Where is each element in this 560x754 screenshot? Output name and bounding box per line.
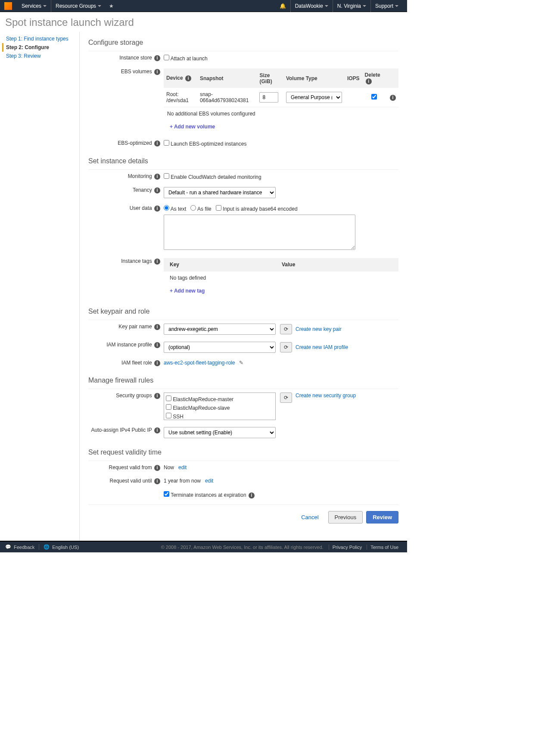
wizard-footer-buttons: Cancel Previous Review	[88, 505, 398, 532]
launch-ebs-opt-checkbox[interactable]: Launch EBS-optimized instances	[164, 141, 246, 147]
blank-area	[0, 552, 407, 754]
edit-valid-from-link[interactable]: edit	[178, 464, 187, 470]
step-1-link[interactable]: Step 1: Find instance types	[6, 34, 79, 43]
step-3-link[interactable]: Step 3: Review	[6, 52, 79, 60]
user-data-textarea[interactable]	[164, 215, 355, 250]
wizard-steps-sidebar: Step 1: Find instance types Step 2: Conf…	[0, 32, 80, 541]
info-icon[interactable]: i	[154, 206, 160, 212]
delete-on-term-checkbox[interactable]	[371, 94, 377, 100]
info-icon[interactable]: i	[154, 174, 160, 180]
aws-logo-icon[interactable]	[4, 2, 12, 10]
info-icon[interactable]: i	[249, 492, 255, 499]
step-2-link[interactable]: Step 2: Configure	[2, 43, 79, 52]
refresh-sg-icon[interactable]: ⟳	[280, 393, 292, 403]
resource-groups-menu[interactable]: Resource Groups	[51, 0, 106, 12]
device-cell: Root: /dev/sda1	[164, 88, 197, 107]
instance-store-label: Instance store i	[88, 55, 164, 62]
section-validity: Set request validity time	[88, 446, 398, 461]
volume-type-select[interactable]: General Purpose (SSD)	[286, 92, 342, 103]
create-keypair-link[interactable]: Create new key pair	[296, 326, 342, 332]
sg-item[interactable]: SSH	[166, 412, 274, 420]
cancel-button[interactable]: Cancel	[295, 511, 324, 523]
add-volume-link[interactable]: + Add new volume	[170, 124, 215, 130]
info-icon[interactable]: i	[154, 187, 160, 193]
pin-star-icon[interactable]: ★	[109, 3, 114, 9]
iam-profile-select[interactable]: (optional)	[164, 342, 276, 353]
info-icon[interactable]: i	[154, 478, 160, 484]
sg-item[interactable]: ElasticMapReduce-slave	[166, 403, 274, 412]
section-configure-storage: Configure storage	[88, 36, 398, 51]
attach-at-launch-checkbox[interactable]: Attach at launch	[164, 56, 208, 62]
info-icon[interactable]: i	[154, 342, 160, 348]
info-icon[interactable]: i	[154, 259, 160, 265]
keypair-select[interactable]: andrew-exegetic.pem	[164, 324, 276, 335]
ebs-volumes-table: Device i Snapshot Size (GiB) Volume Type…	[164, 69, 398, 107]
main-panel: Configure storage Instance store i Attac…	[80, 32, 407, 541]
security-groups-list[interactable]: ElasticMapReduce-master ElasticMapReduce…	[164, 393, 276, 420]
create-sg-link[interactable]: Create new security group	[296, 393, 356, 399]
th-voltype: Volume Type	[283, 69, 345, 88]
add-tag-link[interactable]: + Add new tag	[170, 288, 205, 294]
edit-fleet-role-icon[interactable]: ✎	[239, 360, 243, 366]
th-device: Device i	[164, 69, 197, 88]
userdata-base64-checkbox[interactable]: Input is already base64 encoded	[216, 206, 298, 212]
valid-until-value: 1 year from now	[164, 478, 201, 484]
info-icon[interactable]: i	[154, 360, 160, 366]
instance-tags-label: Instance tags i	[88, 258, 164, 297]
th-iops: IOPS	[345, 69, 362, 88]
userdata-as-file-radio[interactable]: As file	[190, 206, 211, 212]
info-icon[interactable]: i	[366, 78, 372, 84]
feedback-link[interactable]: 💬Feedback	[5, 544, 39, 550]
enable-cloudwatch-checkbox[interactable]: Enable CloudWatch detailed monitoring	[164, 174, 261, 180]
security-groups-label: Security groups i	[88, 393, 164, 420]
globe-icon: 🌐	[44, 544, 50, 550]
notifications-icon[interactable]: 🔔	[275, 0, 290, 12]
previous-button[interactable]: Previous	[328, 511, 363, 523]
no-tags-message: No tags defined	[164, 271, 398, 284]
fleet-role-label: IAM fleet role i	[88, 360, 164, 366]
language-selector[interactable]: 🌐English (US)	[39, 544, 83, 550]
valid-until-label: Request valid until i	[88, 478, 164, 484]
info-icon[interactable]: i	[154, 393, 160, 399]
create-iam-link[interactable]: Create new IAM profile	[296, 344, 348, 350]
copyright-text: © 2008 - 2017, Amazon Web Services, Inc.…	[161, 545, 324, 550]
services-menu[interactable]: Services	[17, 0, 51, 12]
auto-assign-ip-label: Auto-assign IPv4 Public IP i	[88, 427, 164, 438]
section-firewall: Manage firewall rules	[88, 374, 398, 389]
region-menu[interactable]: N. Virginia	[333, 0, 370, 12]
sg-item[interactable]: ElasticMapReduce-master	[166, 395, 274, 403]
info-icon[interactable]: i	[154, 69, 160, 75]
refresh-keypair-icon[interactable]: ⟳	[280, 324, 292, 334]
userdata-as-text-radio[interactable]: As text	[164, 206, 186, 212]
user-data-label: User data i	[88, 205, 164, 251]
terms-of-use-link[interactable]: Terms of Use	[367, 545, 402, 550]
info-icon[interactable]: i	[154, 324, 160, 330]
keypair-name-label: Key pair name i	[88, 324, 164, 335]
size-input[interactable]	[259, 92, 278, 103]
tags-table-header: Key Value	[164, 258, 398, 271]
info-icon[interactable]: i	[390, 95, 396, 101]
info-icon[interactable]: i	[154, 427, 160, 433]
refresh-iam-icon[interactable]: ⟳	[280, 342, 292, 352]
ebs-optimized-label: EBS-optimized i	[88, 140, 164, 147]
info-icon[interactable]: i	[154, 140, 160, 146]
support-menu[interactable]: Support	[370, 0, 403, 12]
ebs-row-root: Root: /dev/sda1 snap-066a4d67938024381 G…	[164, 88, 398, 107]
valid-from-label: Request valid from i	[88, 464, 164, 471]
topbar: Services Resource Groups ★ 🔔 DataWookie …	[0, 0, 407, 12]
section-instance-details: Set instance details	[88, 155, 398, 170]
fleet-role-value[interactable]: aws-ec2-spot-fleet-tagging-role	[164, 360, 235, 366]
account-menu[interactable]: DataWookie	[290, 0, 333, 12]
edit-valid-until-link[interactable]: edit	[205, 478, 213, 484]
review-button[interactable]: Review	[366, 511, 398, 523]
tenancy-label: Tenancy i	[88, 187, 164, 198]
tenancy-select[interactable]: Default - run a shared hardware instance	[164, 187, 276, 198]
th-snapshot: Snapshot	[197, 69, 257, 88]
info-icon[interactable]: i	[185, 75, 191, 81]
info-icon[interactable]: i	[154, 465, 160, 471]
info-icon[interactable]: i	[154, 55, 160, 61]
auto-assign-ip-select[interactable]: Use subnet setting (Enable)	[164, 427, 276, 438]
terminate-at-expiration-checkbox[interactable]: Terminate instances at expiration	[164, 492, 246, 498]
privacy-policy-link[interactable]: Privacy Policy	[329, 545, 365, 550]
page-title: Spot instance launch wizard	[0, 12, 407, 32]
